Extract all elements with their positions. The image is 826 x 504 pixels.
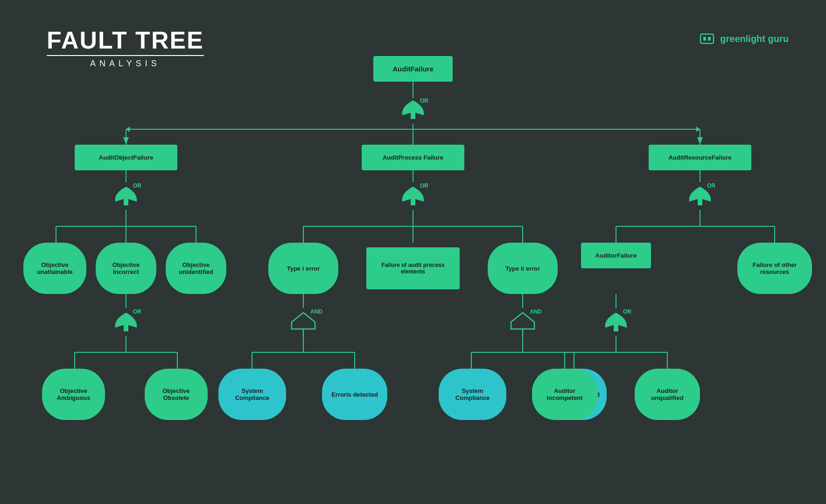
node-erroris-detected: Erroris detected xyxy=(322,369,387,420)
svg-text:OR: OR xyxy=(623,308,631,315)
svg-rect-65 xyxy=(698,198,702,205)
node-sys-compliance-2: System Compliance xyxy=(439,369,506,420)
node-type-i: Type i error xyxy=(268,243,338,294)
svg-text:OR: OR xyxy=(707,182,715,189)
node-obj-unattainable: Objective unattainable xyxy=(23,243,86,294)
main-title: FAULT TREE xyxy=(47,28,204,52)
svg-rect-1 xyxy=(703,37,706,41)
sub-title: ANALYSIS xyxy=(47,59,204,69)
svg-marker-61 xyxy=(292,313,315,329)
svg-rect-57 xyxy=(411,112,415,119)
svg-rect-2 xyxy=(708,37,711,41)
svg-rect-66 xyxy=(614,324,618,331)
node-failure-other: Failure of other resources xyxy=(737,243,812,294)
svg-rect-0 xyxy=(700,34,714,43)
node-audit-process-failure: AuditProcess Failure xyxy=(362,145,464,170)
logo-text: greenlight guru xyxy=(720,34,789,44)
node-type-ii: Type ii error xyxy=(488,243,558,294)
title-block: FAULT TREE ANALYSIS xyxy=(47,28,204,69)
node-audit-object-failure: AuditObjectFailure xyxy=(75,145,177,170)
node-failure-audit-process: Failure of audit process elements xyxy=(366,247,460,289)
node-auditor-incompetent: Auditor incompetent xyxy=(532,369,597,420)
node-sys-compliance-1: System Compliance xyxy=(218,369,286,420)
svg-marker-12 xyxy=(696,126,700,132)
svg-text:OR: OR xyxy=(420,98,428,104)
svg-text:OR: OR xyxy=(133,182,141,189)
svg-rect-60 xyxy=(411,198,415,205)
svg-text:AND: AND xyxy=(310,308,322,315)
node-obj-incorrect: Objective Incorrect xyxy=(96,243,156,294)
page: FAULT TREE ANALYSIS greenlight guru OR xyxy=(0,0,826,504)
svg-text:AND: AND xyxy=(530,308,542,315)
logo-block: greenlight guru xyxy=(699,30,789,47)
node-auditor-failure: AuditorFailure xyxy=(581,243,651,268)
node-audit-failure: AuditFailure xyxy=(373,56,453,82)
node-obj-unidentified: Objective unidentified xyxy=(166,243,226,294)
node-obj-obsolete: Objective Obsolete xyxy=(145,369,208,420)
svg-text:OR: OR xyxy=(133,308,141,315)
node-auditor-unqualified: Auditor unqualified xyxy=(635,369,700,420)
svg-rect-59 xyxy=(124,324,128,331)
svg-marker-11 xyxy=(126,126,130,132)
node-obj-ambiguous: Objective Ambiguous xyxy=(42,369,105,420)
svg-text:OR: OR xyxy=(420,182,428,189)
logo-icon xyxy=(699,30,715,47)
svg-marker-63 xyxy=(511,313,534,329)
node-audit-resource-failure: AuditResourceFailure xyxy=(649,145,751,170)
svg-rect-58 xyxy=(124,198,128,205)
